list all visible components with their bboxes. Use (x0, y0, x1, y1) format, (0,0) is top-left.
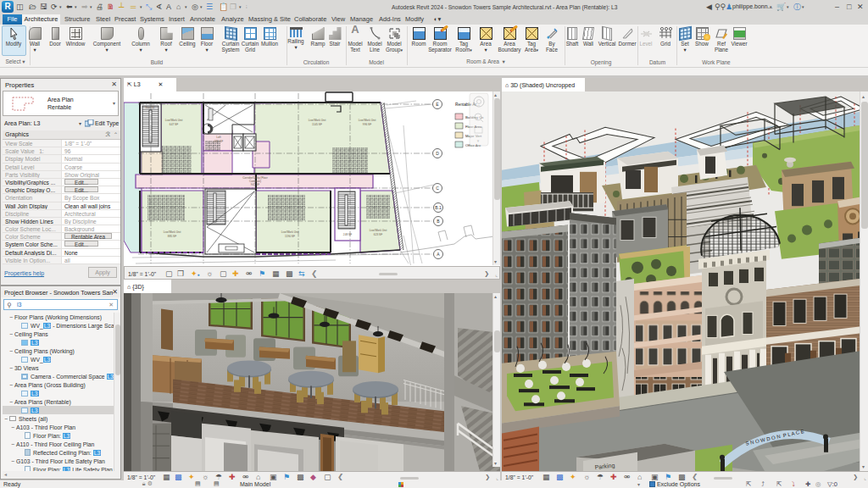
svg-text:Live/Work Unit: Live/Work Unit (359, 119, 376, 122)
svg-text:Live/Work Unit: Live/Work Unit (165, 119, 183, 122)
svg-text:248 SF: 248 SF (343, 233, 352, 236)
svg-text:289 SF: 289 SF (214, 140, 223, 143)
svg-text:Live/Work Unit: Live/Work Unit (281, 230, 299, 234)
svg-text:647 SF: 647 SF (170, 123, 178, 126)
svg-text:Stair 32: Stair 32 (146, 106, 155, 109)
svg-text:Live/Work Unit: Live/Work Unit (370, 229, 387, 232)
svg-text:C: C (436, 186, 439, 191)
svg-text:B.1: B.1 (435, 205, 442, 210)
svg-text:885 SF: 885 SF (168, 235, 176, 238)
svg-text:D: D (436, 151, 439, 156)
svg-text:Live/Work Unit: Live/Work Unit (309, 119, 326, 122)
svg-text:1190 SF: 1190 SF (285, 235, 295, 238)
svg-text:Live/Work Unit: Live/Work Unit (164, 230, 181, 234)
svg-text:1145 SF: 1145 SF (312, 123, 322, 126)
svg-text:Loft: Loft (216, 136, 220, 139)
svg-text:623 SF: 623 SF (374, 233, 382, 236)
svg-text:941 SF: 941 SF (251, 183, 259, 186)
svg-text:996 SF: 996 SF (363, 123, 371, 126)
